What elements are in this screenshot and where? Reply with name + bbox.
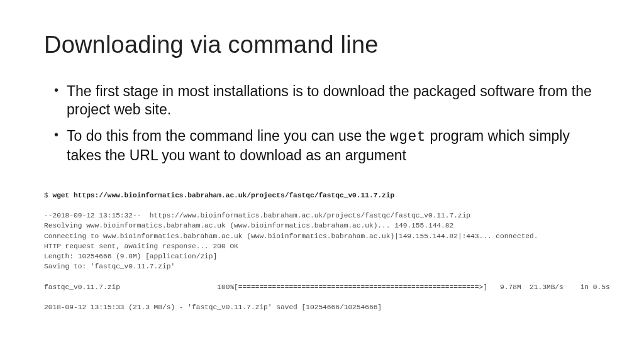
- inline-code: wget: [390, 129, 426, 145]
- bullet-text: The first stage in most installations is…: [67, 83, 592, 118]
- terminal-command-line: $ wget https://www.bioinformatics.babrah…: [44, 192, 394, 199]
- terminal-block: $ wget https://www.bioinformatics.babrah…: [44, 190, 600, 313]
- slide-title: Downloading via command line: [44, 31, 600, 58]
- slide: Downloading via command line The first s…: [0, 0, 644, 362]
- terminal-command: wget https://www.bioinformatics.babraham…: [52, 192, 394, 199]
- bullet-list: The first stage in most installations is…: [44, 82, 600, 165]
- bullet-text-pre: To do this from the command line you can…: [67, 128, 390, 144]
- terminal-prompt: $: [44, 192, 52, 199]
- bullet-item: The first stage in most installations is…: [57, 82, 600, 119]
- bullet-item: To do this from the command line you can…: [57, 127, 600, 165]
- terminal-output: --2018-09-12 13:15:32-- https://www.bioi…: [44, 212, 610, 311]
